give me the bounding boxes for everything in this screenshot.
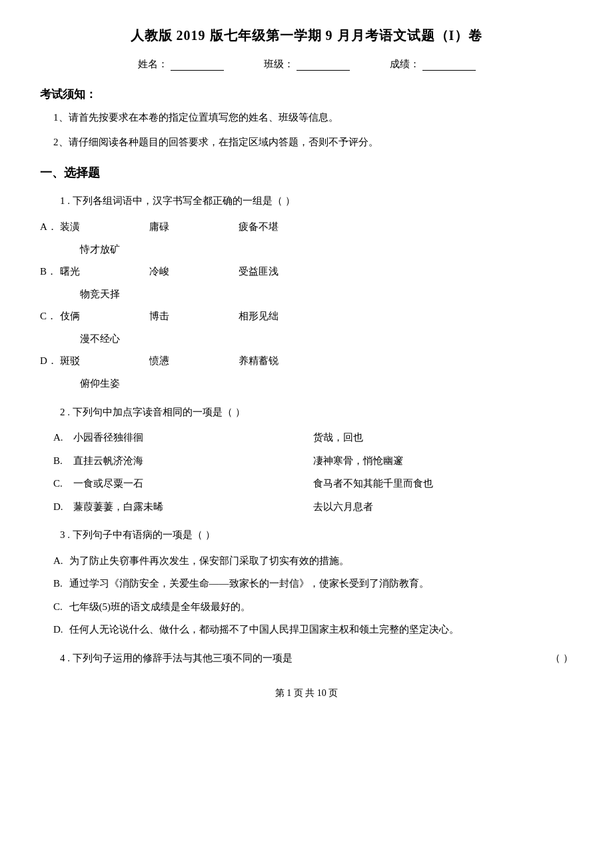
q1-d-item3: 养精蓄锐: [239, 355, 279, 366]
q1-option-b: B． 曙光 冷峻 受益匪浅: [40, 262, 573, 281]
q3-option-a: A. 为了防止失窃事件再次发生，保安部门采取了切实有效的措施。: [53, 551, 573, 571]
q1-d-sub: 俯仰生姿: [80, 374, 573, 393]
q3-a-text: 为了防止失窃事件再次发生，保安部门采取了切实有效的措施。: [69, 555, 349, 566]
score-label: 成绩：: [390, 58, 420, 71]
q2-d-label: D.: [53, 497, 73, 517]
q1-c-item2: 博击: [149, 311, 169, 321]
class-field: 班级：: [264, 58, 350, 71]
q1-a-item2: 庸碌: [149, 221, 169, 232]
q3-b-label: B.: [53, 578, 63, 589]
q1-a-item3: 疲备不堪: [239, 221, 279, 232]
q1-a-sub: 恃才放矿: [80, 240, 573, 259]
page-footer: 第 1 页 共 10 页: [40, 687, 573, 699]
q3-option-b: B. 通过学习《消防安全，关爱生命——致家长的一封信》，使家长受到了消防教育。: [53, 574, 573, 593]
q1-b-sub: 物竞天择: [80, 285, 573, 304]
q2-a-label: A.: [53, 428, 73, 447]
name-label: 姓名：: [138, 58, 168, 71]
q2-b-label: B.: [53, 451, 73, 471]
notice-item-2: 2、请仔细阅读各种题目的回答要求，在指定区域内答题，否则不予评分。: [53, 133, 573, 151]
q2-b-right: 凄神寒骨，悄怆幽邃: [313, 451, 573, 471]
question-4: 4 . 下列句子运用的修辞手法与其他三项不同的一项是 （ ）: [40, 649, 573, 668]
q3-d-label: D.: [53, 624, 63, 635]
q1-option-a: A． 装潢 庸碌 疲备不堪: [40, 217, 573, 237]
q2-a-right: 货哉，回也: [313, 428, 573, 447]
q3-d-text: 任何人无论说什么、做什么，都动摇不了中国人民捍卫国家主权和领土完整的坚定决心。: [69, 624, 459, 635]
q1-d-label: D．: [40, 351, 60, 371]
q1-c-item1: 伎俩: [60, 311, 80, 321]
q1-a-item1: 装潢: [60, 221, 80, 232]
class-input-line: [297, 59, 350, 71]
q1-b-label: B．: [40, 262, 60, 281]
q3-a-label: A.: [53, 555, 63, 566]
name-field: 姓名：: [138, 58, 224, 71]
q2-c-label: C.: [53, 474, 73, 493]
page-title: 人教版 2019 版七年级第一学期 9 月月考语文试题（I）卷: [40, 27, 573, 45]
name-input-line: [171, 59, 224, 71]
q4-row: 4 . 下列句子运用的修辞手法与其他三项不同的一项是 （ ）: [60, 649, 573, 668]
class-label: 班级：: [264, 58, 294, 71]
q3-text: 3 . 下列句子中有语病的一项是（ ）: [60, 525, 573, 545]
q4-text: 4 . 下列句子运用的修辞手法与其他三项不同的一项是: [60, 649, 533, 668]
q1-c-sub: 漫不经心: [80, 329, 573, 349]
q1-a-content: 装潢 庸碌 疲备不堪: [60, 217, 573, 237]
q3-option-d: D. 任何人无论说什么、做什么，都动摇不了中国人民捍卫国家主权和领土完整的坚定决…: [53, 620, 573, 639]
notice-section: 考试须知： 1、请首先按要求在本卷的指定位置填写您的姓名、班级等信息。 2、请仔…: [40, 87, 573, 151]
section1-header: 一、选择题: [40, 165, 573, 181]
q1-option-d: D． 斑驳 愤懑 养精蓄锐: [40, 351, 573, 371]
q1-b-content: 曙光 冷峻 受益匪浅: [60, 262, 573, 281]
q2-d-right: 去以六月息者: [313, 497, 573, 517]
footer-text: 第 1 页 共 10 页: [275, 688, 338, 698]
q1-d-content: 斑驳 愤懑 养精蓄锐: [60, 351, 573, 371]
q2-a-left: 小园香径独徘徊: [73, 428, 143, 447]
q2-d-left: 蒹葭萋萋，白露未晞: [73, 497, 163, 517]
question-1: 1 . 下列各组词语中，汉字书写全都正确的一组是（ ） A． 装潢 庸碌 疲备不…: [40, 191, 573, 393]
q2-c-left: 一食或尽粟一石: [73, 474, 143, 493]
score-input-line: [422, 59, 476, 71]
q1-text: 1 . 下列各组词语中，汉字书写全都正确的一组是（ ）: [60, 191, 573, 211]
q2-option-c: C. 一食或尽粟一石 食马者不知其能千里而食也: [53, 474, 573, 493]
q3-b-text: 通过学习《消防安全，关爱生命——致家长的一封信》，使家长受到了消防教育。: [69, 578, 429, 589]
q2-option-b: B. 直挂云帆济沧海 凄神寒骨，悄怆幽邃: [53, 451, 573, 471]
q1-c-item3: 相形见绌: [239, 311, 279, 321]
q2-text: 2 . 下列句中加点字读音相同的一项是（ ）: [60, 403, 573, 422]
q3-c-text: 七年级(5)班的语文成绩是全年级最好的。: [69, 601, 251, 612]
q1-b-item2: 冷峻: [149, 266, 169, 277]
info-row: 姓名： 班级： 成绩：: [40, 58, 573, 71]
score-field: 成绩：: [390, 58, 476, 71]
q2-b-left: 直挂云帆济沧海: [73, 451, 143, 471]
q1-option-c: C． 伎俩 博击 相形见绌: [40, 307, 573, 326]
notice-title: 考试须知：: [40, 87, 573, 102]
q1-c-content: 伎俩 博击 相形见绌: [60, 307, 573, 326]
q3-c-label: C.: [53, 601, 63, 612]
q1-c-label: C．: [40, 307, 60, 326]
q1-b-item1: 曙光: [60, 266, 80, 277]
question-2: 2 . 下列句中加点字读音相同的一项是（ ） A. 小园香径独徘徊 货哉，回也 …: [40, 403, 573, 517]
q2-option-d: D. 蒹葭萋萋，白露未晞 去以六月息者: [53, 497, 573, 517]
question-3: 3 . 下列句子中有语病的一项是（ ） A. 为了防止失窃事件再次发生，保安部门…: [40, 525, 573, 639]
q1-b-item3: 受益匪浅: [239, 266, 279, 277]
q3-option-c: C. 七年级(5)班的语文成绩是全年级最好的。: [53, 597, 573, 617]
q1-a-label: A．: [40, 217, 60, 237]
notice-item-1: 1、请首先按要求在本卷的指定位置填写您的姓名、班级等信息。: [53, 109, 573, 127]
q1-d-item2: 愤懑: [149, 355, 169, 366]
q2-c-right: 食马者不知其能千里而食也: [313, 474, 573, 493]
q1-d-item1: 斑驳: [60, 355, 80, 366]
q4-bracket: （ ）: [533, 649, 573, 668]
q2-option-a: A. 小园香径独徘徊 货哉，回也: [53, 428, 573, 447]
